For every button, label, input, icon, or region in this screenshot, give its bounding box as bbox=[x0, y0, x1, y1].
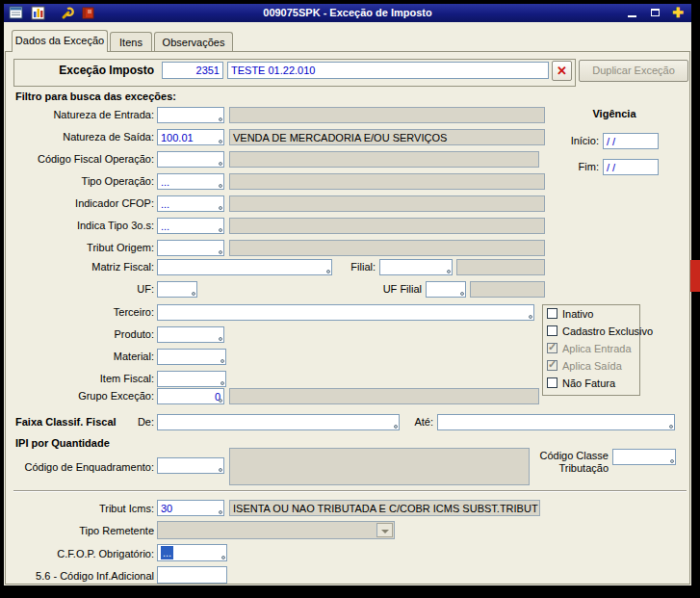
tipo-remetente-value bbox=[158, 526, 161, 537]
nao-fatura-checkbox[interactable] bbox=[547, 377, 557, 388]
book-icon[interactable] bbox=[81, 6, 95, 20]
vigencia-inicio-label: Início: bbox=[528, 135, 599, 147]
item-fiscal-input[interactable] bbox=[157, 371, 226, 387]
duplicate-exception-button[interactable]: Duplicar Exceção bbox=[579, 60, 688, 82]
vigencia-fim-label: Fim: bbox=[528, 161, 599, 173]
tribut-icms-label: Tribut Icms: bbox=[13, 503, 154, 515]
aplica-entrada-label: Aplica Entrada bbox=[562, 343, 637, 355]
faixa-de-input[interactable] bbox=[157, 414, 400, 430]
tribut-origem-description bbox=[229, 240, 545, 256]
title-bar: 009075SPK - Exceção de Imposto ✚ bbox=[4, 4, 691, 22]
codigo-inf-adicional-label: 5.6 - Código Inf.Adicional bbox=[13, 570, 154, 583]
minimize-button[interactable] bbox=[626, 7, 639, 19]
produto-input[interactable] bbox=[157, 326, 224, 343]
matriz-fiscal-input[interactable] bbox=[157, 259, 332, 275]
chevron-down-icon bbox=[376, 523, 393, 537]
terceiro-label: Terceiro: bbox=[13, 306, 154, 319]
vigencia-inicio-input[interactable]: / / bbox=[603, 133, 659, 149]
filial-input[interactable] bbox=[379, 259, 453, 275]
faixa-ate-input[interactable] bbox=[437, 414, 675, 430]
tab-itens[interactable]: Itens bbox=[110, 32, 152, 51]
tribut-origem-label: Tribut Origem: bbox=[13, 242, 154, 254]
enquadramento-input[interactable] bbox=[157, 457, 224, 474]
material-input[interactable] bbox=[157, 349, 226, 365]
cfop-obrigatorio-input[interactable]: ... bbox=[157, 544, 227, 561]
classe-label-line2: Tributação bbox=[558, 462, 609, 474]
indica-tipo-3os-label: Indica Tipo 3o.s: bbox=[13, 220, 154, 232]
faixa-de-label: De: bbox=[116, 416, 154, 429]
codigo-fiscal-operacao-description bbox=[229, 151, 539, 168]
codigo-inf-adicional-input[interactable] bbox=[157, 566, 227, 584]
uf-filial-label: UF Filial bbox=[341, 283, 422, 296]
tribut-origem-input[interactable] bbox=[157, 240, 224, 256]
tipo-operacao-label: Tipo Operação: bbox=[13, 175, 154, 188]
filial-description bbox=[456, 259, 545, 275]
codigo-fiscal-operacao-label: Código Fiscal Operação: bbox=[13, 153, 154, 166]
classe-tributacao-input[interactable] bbox=[612, 449, 676, 465]
natureza-entrada-description bbox=[229, 107, 545, 123]
uf-filial-description bbox=[470, 281, 545, 298]
selected-text: ... bbox=[161, 546, 173, 559]
item-fiscal-label: Item Fiscal: bbox=[13, 373, 154, 385]
exception-description-input[interactable]: TESTE 01.22.010 bbox=[227, 62, 549, 79]
tipo-operacao-input[interactable]: ... bbox=[157, 173, 224, 190]
separator bbox=[13, 490, 687, 492]
indica-tipo-3os-description bbox=[229, 218, 545, 234]
report-icon[interactable] bbox=[9, 6, 23, 20]
filter-section-title: Filtro para busca das exceções: bbox=[15, 91, 237, 103]
natureza-entrada-input[interactable] bbox=[157, 107, 224, 123]
window-title: 009075SPK - Exceção de Imposto bbox=[263, 7, 431, 18]
faixa-ate-label: Até: bbox=[401, 416, 433, 429]
tipo-operacao-description bbox=[229, 173, 545, 190]
classe-tributacao-label: Código ClasseTributação bbox=[528, 450, 609, 475]
indicador-cfop-label: Indicador CFOP: bbox=[13, 197, 154, 210]
indicador-cfop-description bbox=[229, 195, 545, 212]
tipo-remetente-select[interactable] bbox=[157, 521, 395, 539]
material-label: Material: bbox=[13, 351, 154, 363]
uf-label: UF: bbox=[13, 283, 154, 296]
vigencia-fim-input[interactable]: / / bbox=[603, 159, 659, 175]
exception-label: Exceção Imposto bbox=[19, 65, 154, 77]
aplica-saida-checkbox: ✓ bbox=[547, 360, 557, 371]
aplica-entrada-checkbox: ✓ bbox=[547, 343, 557, 353]
uf-filial-input[interactable] bbox=[426, 281, 466, 298]
indica-tipo-3os-input[interactable]: ... bbox=[157, 218, 224, 234]
inativo-checkbox[interactable] bbox=[547, 308, 557, 319]
check-icon: ✓ bbox=[548, 341, 557, 353]
tab-dados-da-excecao[interactable]: Dados da Exceção bbox=[12, 30, 108, 52]
aplica-saida-label: Aplica Saída bbox=[562, 360, 637, 373]
classe-label-line1: Código Classe bbox=[539, 450, 609, 461]
grupo-excecao-description bbox=[229, 388, 539, 404]
cadastro-exclusivo-checkbox[interactable] bbox=[547, 325, 557, 336]
tab-observacoes[interactable]: Observações bbox=[154, 32, 233, 51]
nao-fatura-label: Não Fatura bbox=[562, 377, 637, 390]
natureza-saida-label: Natureza de Saída: bbox=[13, 131, 154, 143]
chart-icon[interactable] bbox=[31, 6, 45, 20]
wrench-icon[interactable] bbox=[61, 6, 75, 20]
tipo-remetente-label: Tipo Remetente bbox=[13, 525, 154, 537]
enquadramento-label: Código de Enquadramento: bbox=[13, 461, 154, 474]
uf-input[interactable] bbox=[157, 281, 197, 298]
filial-label: Filial: bbox=[322, 261, 376, 273]
tribut-icms-input[interactable]: 30 bbox=[157, 500, 224, 516]
inativo-label: Inativo bbox=[562, 308, 637, 321]
grupo-excecao-input[interactable]: 0 bbox=[157, 388, 224, 404]
natureza-entrada-label: Natureza de Entrada: bbox=[13, 109, 154, 121]
codigo-fiscal-operacao-input[interactable] bbox=[157, 151, 224, 168]
terceiro-input[interactable] bbox=[157, 304, 534, 321]
maximize-button[interactable] bbox=[649, 7, 662, 19]
x-icon: ✕ bbox=[557, 64, 567, 78]
vigencia-title: Vigência bbox=[574, 108, 655, 120]
add-window-button[interactable]: ✚ bbox=[672, 7, 684, 19]
edge-marker bbox=[690, 260, 700, 292]
indicador-cfop-input[interactable]: ... bbox=[157, 195, 224, 212]
enquadramento-description bbox=[229, 448, 530, 485]
natureza-saida-description: VENDA DE MERCADORIA E/OU SERVIÇOS bbox=[229, 129, 545, 145]
ipi-title: IPI por Quantidade bbox=[15, 437, 160, 450]
matriz-fiscal-label: Matriz Fiscal: bbox=[13, 261, 154, 273]
cadastro-exclusivo-label: Cadastro Exclusivo bbox=[562, 325, 637, 338]
delete-button[interactable]: ✕ bbox=[552, 61, 572, 81]
natureza-saida-input[interactable]: 100.01 bbox=[157, 129, 224, 145]
app-window: 009075SPK - Exceção de Imposto ✚ Dados d… bbox=[4, 4, 691, 585]
exception-code-input[interactable]: 2351 bbox=[162, 62, 223, 79]
